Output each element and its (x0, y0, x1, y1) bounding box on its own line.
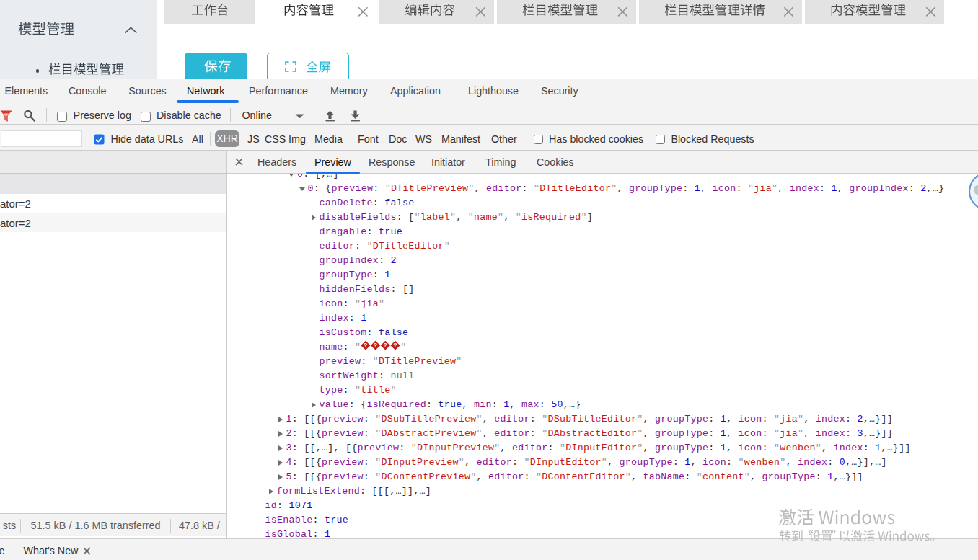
svg-text:?: ? (384, 342, 388, 349)
svg-text:?: ? (374, 342, 378, 349)
svg-text:?: ? (393, 342, 397, 349)
svg-text:?: ? (364, 342, 368, 349)
